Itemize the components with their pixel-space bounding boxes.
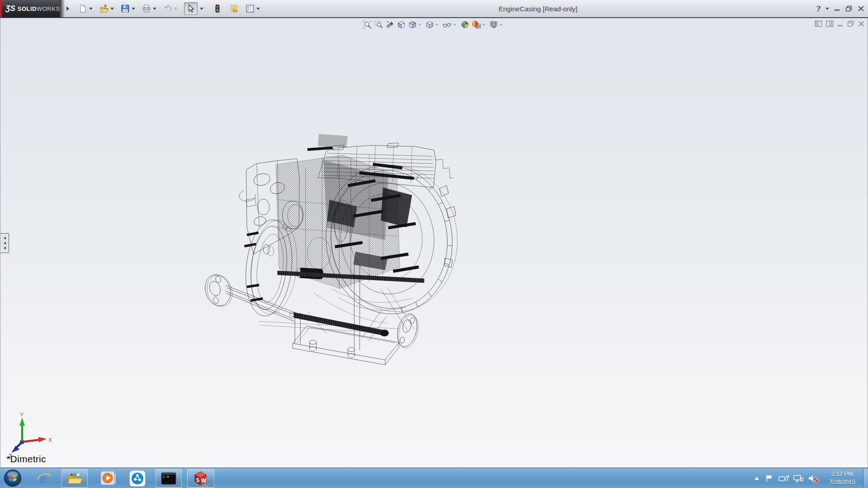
show-hidden-icons-button[interactable] xyxy=(753,476,760,481)
collapse-arrow-icon xyxy=(4,242,6,244)
select-tool-button[interactable] xyxy=(184,2,198,15)
view-settings-button[interactable] xyxy=(489,19,505,30)
dropdown-caret[interactable] xyxy=(435,24,438,26)
dropdown-caret[interactable] xyxy=(89,8,93,10)
app-window-controls: ? xyxy=(816,0,864,17)
glasses-icon xyxy=(442,20,453,29)
section-view-button[interactable] xyxy=(396,19,406,30)
logo-fade xyxy=(60,0,65,17)
network-display-icon[interactable] xyxy=(793,474,805,483)
new-document-button[interactable] xyxy=(77,3,97,14)
zoom-to-area-icon xyxy=(374,20,383,29)
main-toolbar xyxy=(77,1,265,16)
view-settings-icon xyxy=(489,20,499,29)
undo-button[interactable] xyxy=(162,3,182,14)
options-list-icon xyxy=(245,4,255,14)
menu-flyout-arrow[interactable] xyxy=(66,6,69,11)
cmd-prompt-text: C:\ xyxy=(163,475,169,479)
apply-scene-icon xyxy=(472,20,481,29)
appearance-sphere-icon xyxy=(460,20,470,29)
rebuild-traffic-light-icon xyxy=(212,4,222,14)
clock-time: 2:12 PM xyxy=(824,470,861,478)
hide-show-items-button[interactable] xyxy=(442,19,459,30)
rebuild-button[interactable] xyxy=(212,3,223,14)
dropdown-caret[interactable] xyxy=(482,24,485,26)
split-pane-left-icon[interactable] xyxy=(815,20,822,27)
dropdown-caret[interactable] xyxy=(500,24,502,26)
windows-media-player-icon[interactable] xyxy=(100,471,116,486)
select-tool-flyout[interactable] xyxy=(198,7,208,11)
doc-minimize-button[interactable] xyxy=(837,20,844,27)
solidworks-taskbar-button[interactable]: S W 2015 xyxy=(187,469,214,488)
new-document-icon xyxy=(78,4,88,14)
dropdown-caret[interactable] xyxy=(453,24,456,26)
solidworks-logo: ƷS SOLIDWORKS xyxy=(2,0,60,17)
open-button[interactable] xyxy=(98,3,118,14)
print-button[interactable] xyxy=(141,3,160,14)
graphics-area[interactable]: Y X Z *Dimetric xyxy=(0,18,868,468)
dropdown-caret[interactable] xyxy=(153,8,156,10)
options-button[interactable] xyxy=(244,3,264,14)
dropdown-caret[interactable] xyxy=(174,8,178,10)
command-prompt-button[interactable]: C:\ xyxy=(156,469,182,488)
file-properties-icon xyxy=(229,4,239,14)
taskbar-clock[interactable]: 2:12 PM 7/28/2015 xyxy=(824,470,861,486)
window-title: EngineCasing [Read-only] xyxy=(499,5,577,13)
file-properties-button[interactable] xyxy=(228,3,240,14)
command-prompt-icon: C:\ xyxy=(161,472,176,485)
dropdown-caret[interactable] xyxy=(110,8,114,10)
dropdown-caret[interactable] xyxy=(256,8,260,10)
action-center-flag-icon[interactable] xyxy=(765,474,774,483)
volume-muted-icon[interactable] xyxy=(808,474,820,483)
folder-icon xyxy=(67,472,82,485)
dropdown-caret[interactable] xyxy=(418,24,421,26)
app-close-button[interactable] xyxy=(858,5,864,12)
dropdown-caret[interactable] xyxy=(200,8,203,10)
view-orientation-button[interactable] xyxy=(407,19,424,30)
zoom-to-fit-button[interactable] xyxy=(362,19,373,30)
collapse-arrow-icon xyxy=(4,237,6,239)
zoom-to-fit-icon xyxy=(363,20,372,29)
doc-close-button[interactable] xyxy=(858,20,865,27)
sw-year-badge: 2015 xyxy=(201,483,210,487)
document-window-controls xyxy=(815,20,865,27)
collapse-arrow-icon xyxy=(4,247,6,249)
network-app-icon[interactable] xyxy=(129,470,146,487)
internet-explorer-icon[interactable]: e xyxy=(36,471,52,486)
doc-restore-button[interactable] xyxy=(847,20,854,27)
dropdown-caret[interactable] xyxy=(132,8,135,10)
triad-x-label: X xyxy=(48,437,52,443)
help-button[interactable]: ? xyxy=(816,5,821,13)
engine-casing-wireframe xyxy=(195,113,602,470)
start-button[interactable] xyxy=(4,469,22,487)
previous-view-button[interactable] xyxy=(385,19,395,30)
previous-view-icon xyxy=(385,20,395,29)
print-icon xyxy=(142,4,151,14)
app-minimize-button[interactable] xyxy=(834,5,840,12)
select-cursor-icon xyxy=(186,4,195,14)
save-button[interactable] xyxy=(119,3,139,14)
apply-scene-button[interactable] xyxy=(471,19,488,30)
help-caret[interactable] xyxy=(826,8,829,10)
heads-up-toolbar xyxy=(362,19,506,30)
undo-icon xyxy=(163,4,173,14)
section-view-icon xyxy=(396,20,406,29)
taskbar: e C:\ xyxy=(0,468,868,488)
3ds-logo-glyph: ƷS xyxy=(5,4,15,13)
solidworks-screen: ƷS SOLIDWORKS xyxy=(0,0,868,488)
split-pane-right-icon[interactable] xyxy=(826,20,834,27)
triad-y-label: Y xyxy=(20,412,24,418)
system-tray xyxy=(753,468,821,488)
feature-tree-collapse-handle[interactable] xyxy=(0,233,9,253)
display-style-button[interactable] xyxy=(425,19,441,30)
model-canvas[interactable] xyxy=(195,113,602,470)
sw-letter-s: S xyxy=(196,477,200,483)
open-icon xyxy=(99,4,109,14)
zoom-to-area-button[interactable] xyxy=(373,19,384,30)
title-bar: ƷS SOLIDWORKS xyxy=(0,0,868,17)
windows-explorer-button[interactable] xyxy=(61,469,88,488)
show-desktop-button[interactable] xyxy=(863,468,868,488)
power-plug-icon[interactable] xyxy=(778,474,790,483)
edit-appearance-button[interactable] xyxy=(460,19,470,30)
app-restore-button[interactable] xyxy=(845,5,853,12)
